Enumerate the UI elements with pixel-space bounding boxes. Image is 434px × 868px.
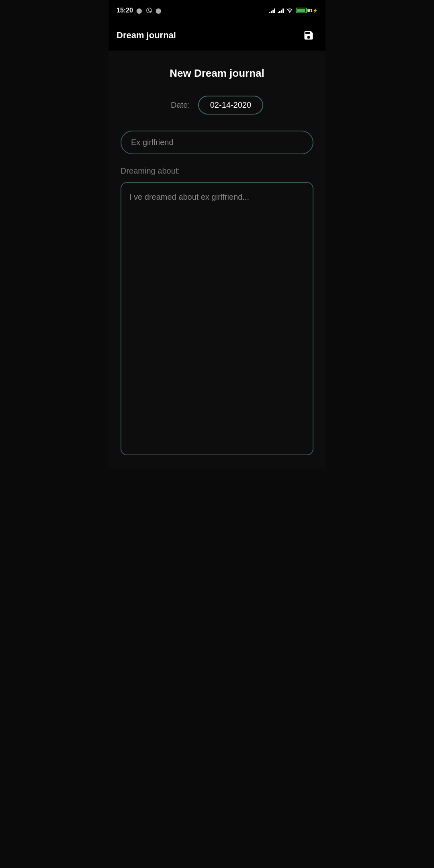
battery-percent: 91 [308, 8, 313, 13]
save-button[interactable] [300, 27, 317, 44]
wifi-icon [286, 7, 293, 14]
status-time: 15:20 [117, 7, 133, 14]
app-bar: Dream journal [108, 20, 326, 51]
date-picker-button[interactable]: 02-14-2020 [198, 96, 263, 115]
signal-bars-1 [269, 8, 275, 13]
battery-container: 91 ⚡ [296, 8, 317, 13]
app-title: Dream journal [117, 30, 176, 41]
battery-icon [296, 8, 307, 13]
save-icon [303, 30, 314, 41]
dream-content-textarea[interactable] [121, 182, 313, 455]
status-icon-circle2: ⬤ [156, 7, 162, 14]
date-label: Date: [171, 100, 190, 110]
svg-point-0 [289, 12, 290, 12]
page-heading: New Dream journal [121, 67, 313, 80]
status-icon-viber [146, 7, 152, 14]
dream-title-input[interactable] [121, 131, 313, 154]
status-right: 91 ⚡ [269, 7, 317, 14]
date-row: Date: 02-14-2020 [121, 96, 313, 115]
signal-bars-2 [278, 8, 284, 13]
main-content: New Dream journal Date: 02-14-2020 Dream… [108, 51, 326, 469]
battery-fill [297, 9, 305, 12]
status-bar: 15:20 ⬤ ⬤ [108, 0, 326, 20]
status-icon-circle1: ⬤ [136, 7, 143, 14]
dreaming-about-label: Dreaming about: [121, 166, 313, 176]
status-left: 15:20 ⬤ ⬤ [117, 7, 162, 14]
bolt-icon: ⚡ [313, 8, 317, 13]
